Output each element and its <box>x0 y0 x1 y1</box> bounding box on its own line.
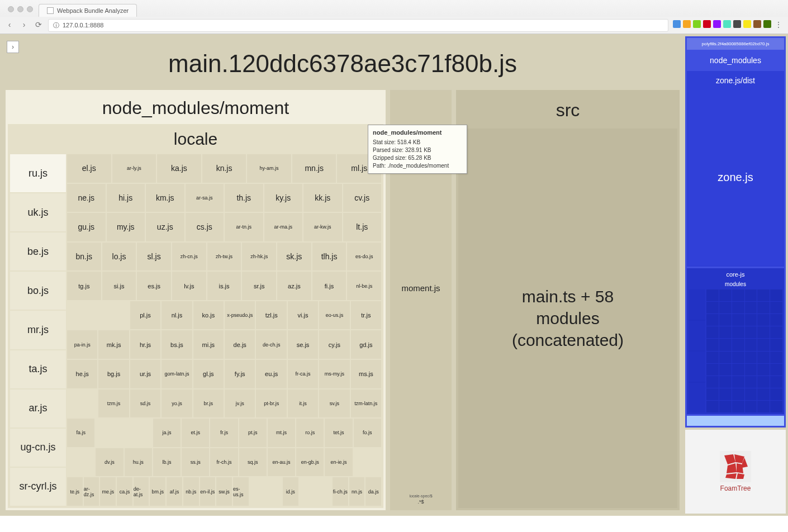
locale-file[interactable]: km.js <box>146 184 184 212</box>
locale-file[interactable]: my.js <box>107 213 145 241</box>
locale-file[interactable]: mi.js <box>193 330 224 359</box>
locale-file[interactable]: nl.js <box>162 301 192 330</box>
locale-file[interactable]: ms.js <box>351 360 381 388</box>
locale-file[interactable]: zh-cn.js <box>172 243 206 271</box>
corejs-module[interactable] <box>732 314 744 326</box>
locale-file[interactable] <box>67 301 97 330</box>
corejs-module[interactable] <box>757 401 770 412</box>
locale-file[interactable] <box>67 448 94 477</box>
locale-file[interactable] <box>125 419 152 447</box>
locale-file[interactable]: fi.js <box>312 272 346 300</box>
locale-file[interactable]: tr.js <box>351 301 381 330</box>
corejs-module[interactable] <box>732 364 744 376</box>
corejs-module[interactable] <box>732 302 744 314</box>
locale-file[interactable]: hi.js <box>107 184 145 212</box>
locale-file[interactable]: hr.js <box>130 330 160 359</box>
extension-icon[interactable] <box>713 20 721 28</box>
locale-file[interactable]: br.js <box>193 390 224 418</box>
corejs-module[interactable] <box>757 339 770 350</box>
url-input[interactable]: ⓘ 127.0.0.1:8888 <box>48 19 668 32</box>
locale-file[interactable] <box>250 477 265 506</box>
locale-file[interactable]: kk.js <box>303 184 342 212</box>
locale-file[interactable]: da.js <box>365 477 381 506</box>
corejs-module[interactable] <box>770 302 782 314</box>
locale-file[interactable]: bo.js <box>10 272 66 310</box>
locale-file[interactable]: fy.js <box>225 360 255 388</box>
locale-file[interactable]: en-au.js <box>268 448 295 477</box>
locale-file[interactable]: es-us.js <box>233 477 249 506</box>
locale-file[interactable]: de-ch.js <box>256 330 286 359</box>
corejs-module[interactable] <box>732 401 744 412</box>
extension-icon[interactable] <box>753 20 761 28</box>
extension-icon[interactable] <box>683 20 691 28</box>
locale-file[interactable]: fr.js <box>210 419 238 447</box>
corejs-module[interactable] <box>719 326 732 338</box>
locale-file[interactable]: ky.js <box>264 184 303 212</box>
sidebar-toggle-button[interactable]: › <box>7 41 19 53</box>
locale-file[interactable]: hu.js <box>125 448 152 477</box>
locale-file[interactable]: fa.js <box>67 419 94 447</box>
module-locale[interactable]: locale ru.jsuk.jsbe.jsbo.jsmr.jsta.jsar.… <box>8 124 383 508</box>
corejs-module[interactable] <box>757 326 770 338</box>
corejs-module[interactable] <box>757 302 770 314</box>
module-zonejs[interactable]: zone.js <box>689 90 782 265</box>
corejs-module[interactable] <box>732 289 744 301</box>
locale-file[interactable]: vi.js <box>288 301 318 330</box>
module-locale-spec[interactable]: locale-spec/$ .*$ <box>390 488 452 510</box>
corejs-module[interactable] <box>745 364 757 376</box>
locale-file[interactable]: pt-br.js <box>256 390 286 418</box>
corejs-module[interactable] <box>706 388 719 400</box>
locale-file[interactable]: tzl.js <box>256 301 286 330</box>
locale-file[interactable]: yo.js <box>162 390 192 418</box>
locale-file[interactable]: gom-latn.js <box>162 360 192 388</box>
locale-file[interactable]: tzm-latn.js <box>351 390 381 418</box>
locale-file[interactable] <box>98 301 129 330</box>
forward-button[interactable]: › <box>19 20 29 30</box>
reload-button[interactable]: ⟳ <box>34 20 44 30</box>
locale-file[interactable]: gu.js <box>67 213 106 241</box>
corejs-module[interactable] <box>719 314 732 326</box>
locale-file[interactable]: x-pseudo.js <box>225 301 255 330</box>
polyfills-misc[interactable] <box>687 416 784 426</box>
locale-file[interactable]: en-il.js <box>200 477 216 506</box>
corejs-module[interactable] <box>770 352 782 363</box>
locale-file[interactable]: sl.js <box>137 243 171 271</box>
corejs-module[interactable] <box>745 376 757 388</box>
locale-file[interactable]: sr.js <box>242 272 276 300</box>
corejs-module[interactable] <box>757 314 770 326</box>
corejs-module[interactable] <box>706 364 719 376</box>
locale-file[interactable]: fi-ch.js <box>333 477 348 506</box>
locale-file[interactable] <box>266 477 282 506</box>
locale-file[interactable]: az.js <box>277 272 311 300</box>
locale-file[interactable]: fo.js <box>354 419 381 447</box>
locale-file[interactable]: be.js <box>10 232 66 270</box>
locale-file[interactable]: dv.js <box>96 448 123 477</box>
locale-file[interactable]: ru.js <box>10 154 66 192</box>
corejs-module[interactable] <box>745 388 757 400</box>
locale-file[interactable]: mt.js <box>268 419 295 447</box>
locale-file[interactable] <box>300 477 315 506</box>
locale-file[interactable]: bm.js <box>150 477 165 506</box>
locale-file[interactable]: he.js <box>67 360 97 388</box>
corejs-module[interactable] <box>757 352 770 363</box>
locale-file[interactable]: de-at.js <box>134 477 149 506</box>
corejs-module[interactable] <box>706 326 719 338</box>
locale-file[interactable]: te.js <box>67 477 83 506</box>
corejs-module[interactable] <box>706 314 719 326</box>
locale-file[interactable]: es.js <box>137 272 171 300</box>
locale-file[interactable]: gd.js <box>351 330 381 359</box>
locale-file[interactable]: ca.js <box>117 477 132 506</box>
back-button[interactable]: ‹ <box>4 20 15 30</box>
corejs-module[interactable] <box>745 326 757 338</box>
locale-file[interactable]: sw.js <box>216 477 232 506</box>
corejs-module[interactable] <box>757 376 770 388</box>
locale-file[interactable]: kn.js <box>202 154 246 183</box>
browser-tab[interactable]: Webpack Bundle Analyzer <box>39 4 137 17</box>
locale-file[interactable]: tlh.js <box>312 243 346 271</box>
bundle-main[interactable]: main.120ddc6378ae3c71f80b.js node_module… <box>2 36 683 514</box>
extension-icon[interactable] <box>723 20 731 28</box>
locale-file[interactable]: nl-be.js <box>347 272 381 300</box>
corejs-module[interactable] <box>719 289 732 301</box>
locale-file[interactable]: sd.js <box>130 390 160 418</box>
locale-file[interactable]: pa-in.js <box>67 330 97 359</box>
